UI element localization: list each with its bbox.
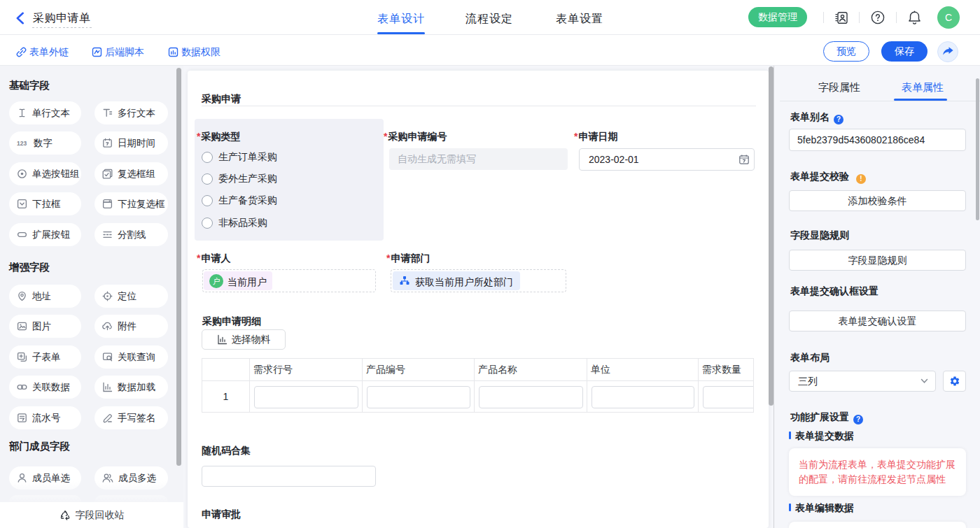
- svg-text:123: 123: [17, 140, 27, 147]
